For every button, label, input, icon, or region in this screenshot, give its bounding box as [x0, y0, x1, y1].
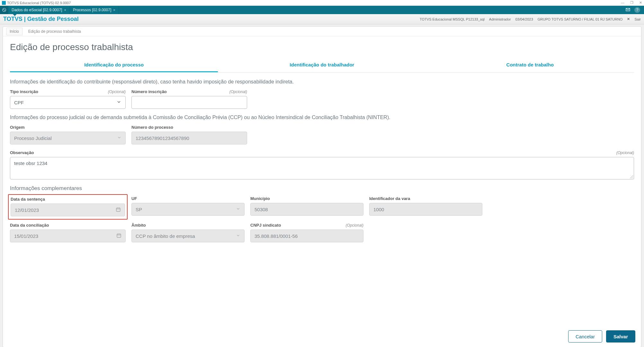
input-value: 12345678901234567890: [136, 135, 189, 141]
logout-x-icon[interactable]: ✕: [627, 17, 630, 21]
window-maximize[interactable]: ❐: [630, 1, 633, 5]
input-value: 35.808.881/0001-56: [255, 233, 298, 239]
select-origem: Processo Judicial: [10, 132, 126, 144]
user-label: Administrador: [489, 17, 511, 21]
tab-processos[interactable]: Processos [02.9.0007] ×: [70, 6, 119, 14]
chevron-down-icon: [116, 100, 121, 106]
field-cnpj-sindicato: CNPJ sindicato (Opcional) 35.808.881/000…: [250, 223, 363, 242]
select-ambito: CCP no âmbito de empresa: [131, 230, 245, 242]
tab-identificacao-processo[interactable]: Identificação do processo: [10, 58, 218, 72]
label-municipio: Município: [250, 196, 270, 201]
tab-identificacao-trabalhador[interactable]: Identificação do trabalhador: [218, 58, 426, 72]
section3-title: Informações complementares: [10, 185, 634, 192]
window-titlebar: TOTVS Educacional (TOTVS) 02.9.0007 — ❐ …: [0, 0, 644, 6]
page-title: Edição de processo trabalhista: [10, 42, 634, 52]
label-cnpj-sindicato: CNPJ sindicato: [250, 223, 281, 228]
select-value: SP: [136, 207, 142, 212]
label-id-vara: Identificador da vara: [369, 196, 410, 201]
breadcrumb: Início Edição de processo trabalhista: [3, 27, 641, 36]
field-origem: Origem Processo Judicial: [10, 125, 126, 144]
mail-icon[interactable]: [625, 7, 631, 13]
label-data-sentenca: Data da sentença: [11, 197, 45, 202]
label-tipo-inscricao: Tipo inscrição: [10, 89, 38, 94]
tab-label: Processos [02.9.0007]: [73, 8, 111, 12]
label-origem: Origem: [10, 125, 25, 130]
help-icon[interactable]: ?: [634, 7, 640, 13]
input-numero-processo: 12345678901234567890: [131, 132, 247, 144]
label-numero-inscricao: Número inscrição: [131, 89, 167, 94]
field-uf: UF SP: [131, 196, 245, 217]
app-tabbar: Dados do eSocial [02.9.0007] × Processos…: [0, 6, 644, 14]
select-value: Processo Judicial: [14, 135, 52, 141]
input-value: 50308: [255, 207, 268, 212]
main-card: Início Edição de processo trabalhista Ed…: [3, 26, 641, 347]
label-numero-processo: Número do processo: [131, 125, 173, 130]
logout-link[interactable]: Sair: [634, 17, 641, 21]
svg-rect-6: [117, 234, 121, 238]
calendar-icon: [116, 233, 121, 239]
cancel-button[interactable]: Cancelar: [568, 330, 602, 343]
svg-line-1: [3, 9, 5, 11]
optional-marker: (Opcional): [229, 90, 247, 94]
input-data-sentenca: 12/01/2023: [11, 204, 125, 216]
section2-text: Informações do processo judicial ou de d…: [10, 115, 634, 120]
input-value: 12/01/2023: [15, 207, 39, 213]
input-numero-inscricao[interactable]: [131, 96, 247, 109]
select-uf: SP: [131, 203, 245, 216]
select-tipo-inscricao[interactable]: CPF: [10, 96, 126, 109]
field-tipo-inscricao: Tipo inscrição (Opcional) CPF: [10, 89, 126, 109]
optional-marker: (Opcional): [108, 90, 126, 94]
field-numero-inscricao: Número inscrição (Opcional): [131, 89, 247, 109]
header-strip: TOTVS | Gestão de Pessoal TOTVS Educacio…: [0, 14, 644, 24]
window-close[interactable]: ✕: [639, 1, 642, 5]
env-label: TOTVS Educacional MSSQL P12133_sql: [420, 17, 485, 21]
tab-close-icon[interactable]: ×: [113, 8, 115, 12]
input-municipio: 50308: [250, 203, 363, 216]
input-cnpj-sindicato: 35.808.881/0001-56: [250, 230, 363, 242]
window-minimize[interactable]: —: [621, 1, 624, 5]
field-ambito: Âmbito CCP no âmbito de empresa: [131, 223, 245, 242]
tab-label: Dados do eSocial [02.9.0007]: [12, 8, 62, 12]
form-tabs: Identificação do processo Identificação …: [10, 58, 634, 73]
tab-close-icon[interactable]: ×: [64, 8, 66, 12]
label-observacao: Observação: [10, 150, 34, 155]
company-label: GRUPO TOTVS SATURNO / FILIAL 01 RJ SATUR…: [538, 17, 623, 21]
textarea-value: teste obsr 1234: [14, 160, 47, 166]
input-id-vara: 1000: [369, 203, 482, 216]
chevron-down-icon: [236, 233, 240, 239]
nav-back-icon[interactable]: [0, 6, 8, 14]
breadcrumb-home[interactable]: Início: [6, 28, 22, 35]
select-value: CCP no âmbito de empresa: [136, 233, 195, 239]
form-footer: Cancelar Salvar: [568, 330, 635, 343]
resize-grip-icon[interactable]: [630, 175, 633, 178]
chevron-down-icon: [117, 135, 121, 141]
field-data-sentenca: Data da sentença 12/01/2023: [10, 196, 126, 217]
label-uf: UF: [131, 196, 137, 201]
optional-marker: (Opcional): [616, 151, 634, 155]
calendar-icon: [116, 207, 121, 213]
brand-title: TOTVS | Gestão de Pessoal: [3, 16, 79, 22]
input-data-conciliacao: 15/01/2023: [10, 230, 126, 242]
field-id-vara: Identificador da vara 1000: [369, 196, 482, 217]
field-municipio: Município 50308: [250, 196, 363, 217]
svg-rect-2: [116, 208, 120, 212]
tab-contrato-trabalho[interactable]: Contrato de trabalho: [426, 58, 634, 72]
tab-dados-esocial[interactable]: Dados do eSocial [02.9.0007] ×: [8, 6, 70, 14]
date-label: 03/04/2023: [515, 17, 533, 21]
app-icon: [2, 1, 6, 5]
save-button[interactable]: Salvar: [606, 330, 635, 343]
field-observacao: Observação (Opcional) teste obsr 1234: [10, 150, 634, 179]
input-value: 1000: [373, 207, 384, 212]
field-data-conciliacao: Data da conciliação 15/01/2023: [10, 223, 126, 242]
textarea-observacao[interactable]: teste obsr 1234: [10, 157, 634, 179]
input-value: 15/01/2023: [14, 233, 38, 239]
highlighted-field-box: Data da sentença 12/01/2023: [8, 194, 128, 220]
label-data-conciliacao: Data da conciliação: [10, 223, 49, 228]
chevron-down-icon: [236, 207, 240, 212]
window-title: TOTVS Educacional (TOTVS) 02.9.0007: [7, 1, 71, 5]
label-ambito: Âmbito: [131, 223, 146, 228]
select-value: CPF: [14, 100, 24, 105]
field-numero-processo: Número do processo 12345678901234567890: [131, 125, 247, 144]
section1-text: Informações de identificação do contribu…: [10, 79, 634, 85]
optional-marker: (Opcional): [346, 223, 363, 228]
